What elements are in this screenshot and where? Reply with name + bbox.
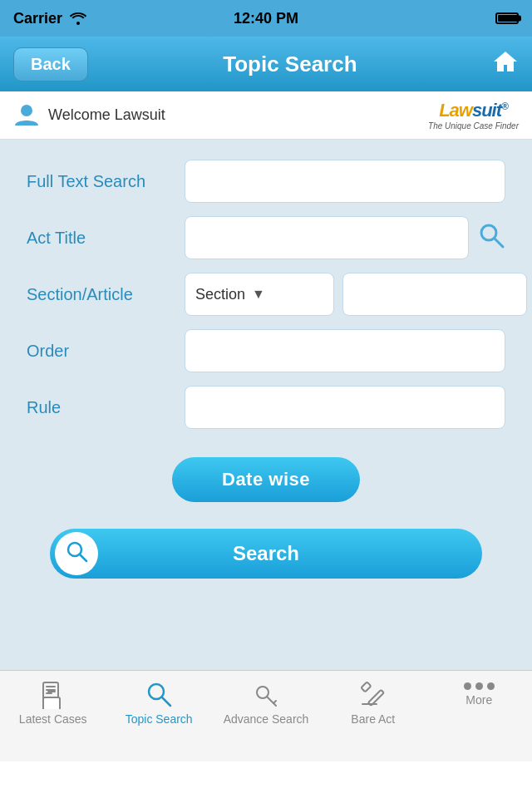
svg-rect-9 [43, 697, 60, 709]
tab-bare-act-label: Bare Act [351, 712, 395, 726]
tab-latest-cases-label: Latest Cases [19, 712, 87, 726]
brand-logo: Lawsuit® The Unique Case Finder [428, 100, 519, 131]
rule-input[interactable] [185, 386, 505, 429]
search-button-icon [55, 532, 98, 575]
key-icon [251, 679, 281, 709]
welcome-bar: Welcome Lawsuit Lawsuit® The Unique Case… [0, 91, 532, 140]
dropdown-arrow-icon: ▼ [252, 287, 265, 302]
order-input[interactable] [185, 329, 505, 372]
svg-rect-8 [46, 692, 52, 694]
rule-row: Rule [27, 386, 505, 429]
svg-rect-17 [361, 682, 371, 692]
document-icon [38, 679, 68, 709]
svg-point-0 [21, 105, 32, 116]
dots-icon [464, 682, 495, 690]
brand-tagline: The Unique Case Finder [428, 121, 519, 131]
status-carrier-wifi: Carrier [13, 10, 87, 27]
nav-bar: Back Topic Search [0, 37, 532, 91]
tab-more[interactable]: More [437, 679, 520, 707]
search-button[interactable]: Search [50, 529, 482, 579]
act-title-row: Act Title [27, 216, 505, 259]
svg-line-12 [162, 697, 170, 706]
tab-advance-search-label: Advance Search [224, 712, 309, 726]
home-icon[interactable] [492, 48, 519, 81]
svg-rect-7 [46, 689, 56, 691]
tab-more-label: More [466, 693, 492, 707]
act-title-search-icon[interactable] [477, 221, 505, 255]
section-article-label: Section/Article [27, 285, 185, 304]
status-bar: Carrier 12:40 PM [0, 0, 532, 37]
brand-name-suit: suit [472, 100, 501, 121]
rule-label: Rule [27, 398, 185, 417]
battery-icon [495, 12, 519, 24]
back-button[interactable]: Back [13, 47, 88, 81]
nav-title: Topic Search [223, 52, 357, 77]
svg-rect-10 [47, 691, 56, 692]
order-row: Order [27, 329, 505, 372]
brand-name-italic: Law [439, 100, 472, 121]
wifi-icon [69, 12, 87, 25]
tab-bar: Latest Cases Topic Search Advance Search… [0, 670, 532, 761]
full-text-search-row: Full Text Search [27, 160, 505, 203]
tab-advance-search[interactable]: Advance Search [224, 679, 309, 726]
tab-topic-search-label: Topic Search [126, 712, 193, 726]
welcome-user: Welcome Lawsuit [13, 102, 165, 129]
full-text-search-input[interactable] [185, 160, 505, 203]
tab-latest-cases[interactable]: Latest Cases [12, 679, 95, 726]
act-title-input[interactable] [185, 216, 469, 259]
tab-topic-search[interactable]: Topic Search [117, 679, 200, 726]
carrier-text: Carrier [13, 10, 62, 27]
full-text-search-label: Full Text Search [27, 172, 185, 191]
user-icon [13, 102, 40, 129]
search-icon [144, 679, 174, 709]
section-article-row: Section/Article Section ▼ [27, 273, 505, 316]
svg-line-2 [495, 239, 503, 247]
search-magnifier-icon [65, 539, 88, 569]
section-dropdown-value: Section [195, 286, 245, 303]
status-battery [495, 12, 519, 24]
search-button-label: Search [233, 542, 299, 565]
date-wise-button[interactable]: Date wise [172, 457, 360, 502]
tab-bare-act[interactable]: Bare Act [332, 679, 415, 726]
section-dropdown[interactable]: Section ▼ [185, 273, 334, 316]
main-content: Full Text Search Act Title Section/Artic… [0, 140, 532, 670]
act-title-label: Act Title [27, 229, 185, 248]
gavel-icon [358, 679, 388, 709]
svg-line-4 [80, 554, 86, 561]
svg-rect-6 [46, 686, 56, 687]
status-time: 12:40 PM [234, 10, 298, 27]
order-label: Order [27, 342, 185, 361]
section-number-input[interactable] [342, 273, 527, 316]
svg-line-15 [273, 701, 276, 703]
welcome-text: Welcome Lawsuit [48, 106, 165, 124]
